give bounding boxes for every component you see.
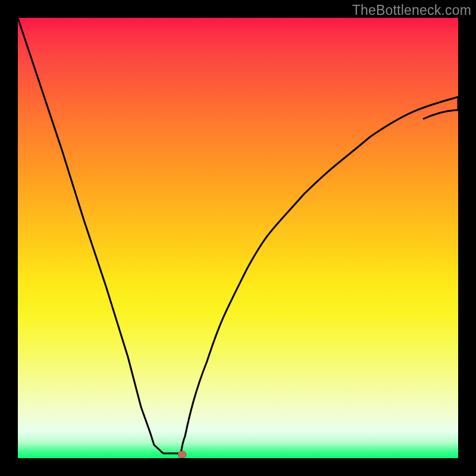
curve-right-branch <box>181 97 458 453</box>
plot-area <box>18 18 458 458</box>
chart-frame: TheBottleneck.com <box>0 0 476 476</box>
watermark-text: TheBottleneck.com <box>352 2 471 18</box>
minimum-marker <box>178 451 186 458</box>
curve-right-edge-fix <box>423 110 458 119</box>
curve-layer <box>18 18 458 458</box>
curve-left-branch <box>18 18 163 453</box>
